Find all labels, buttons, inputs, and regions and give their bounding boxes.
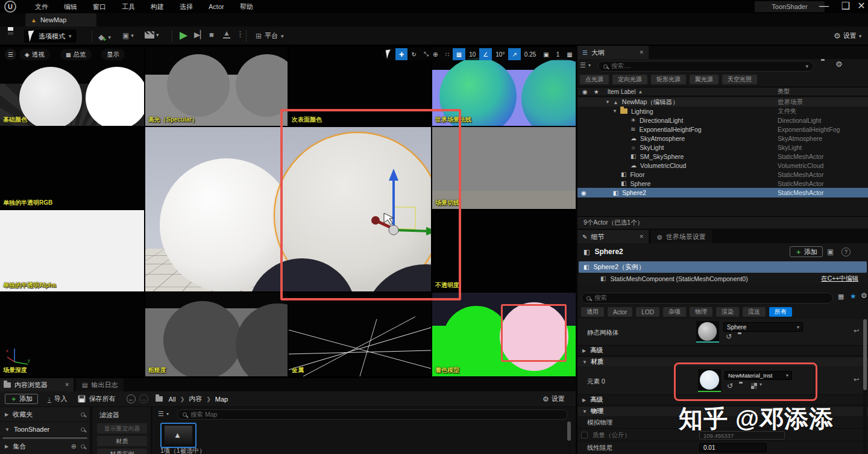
- kebab-menu-icon[interactable]: ⋮: [236, 30, 244, 39]
- close-icon[interactable]: ✕: [639, 49, 644, 55]
- tree-row-directionallight[interactable]: ☀ DirectionalLight DirectionalLight: [577, 116, 868, 125]
- surface-snap-icon[interactable]: ∷: [441, 48, 452, 60]
- back-arrow-icon[interactable]: ←: [127, 394, 136, 403]
- play-button[interactable]: ▶: [180, 29, 187, 42]
- asset-tile-map-selected[interactable]: ▲: [160, 423, 197, 448]
- advanced-collapsed-1[interactable]: ▶ 高级: [577, 346, 868, 356]
- world-settings-tab[interactable]: ◍ 世界场景设置: [651, 230, 712, 243]
- asset-search-input[interactable]: 搜索 Map: [177, 409, 568, 420]
- filter-chip-rectlight[interactable]: 矩形光源: [651, 75, 686, 84]
- menu-window[interactable]: 窗口: [85, 2, 114, 11]
- menu-actor[interactable]: Actor: [201, 3, 232, 10]
- grid-snap-value[interactable]: 10: [465, 48, 479, 60]
- filter-chip-skylight[interactable]: 天空光照: [722, 75, 757, 84]
- buffer-cell-roughness[interactable]: 粗糙度: [145, 293, 288, 376]
- filter-chip-pointlight[interactable]: 点光源: [580, 75, 609, 84]
- close-icon[interactable]: ✕: [64, 382, 69, 388]
- frame-skip-button[interactable]: ▶▏: [194, 30, 206, 39]
- filter-chip-material[interactable]: 材质: [97, 436, 147, 446]
- move-tool-icon[interactable]: ✚: [395, 48, 407, 60]
- buffer-cell-translucency-rgb[interactable]: 单独的半透明RGB: [0, 127, 144, 209]
- details-scrollbar[interactable]: [863, 319, 867, 454]
- search-icon[interactable]: [81, 428, 85, 432]
- settings-button[interactable]: ⚙ 设置 ▾: [834, 31, 861, 40]
- show-selector[interactable]: 显示: [101, 49, 125, 60]
- save-all-button[interactable]: 保存所有: [77, 394, 116, 403]
- restore-button[interactable]: ❑: [837, 0, 855, 13]
- column-type[interactable]: 类型: [778, 87, 790, 96]
- cat-rendering[interactable]: 渲染: [716, 307, 739, 317]
- tree-row-volumetriccloud[interactable]: ☁ VolumetricCloud VolumetricCloud: [577, 161, 868, 170]
- cat-all[interactable]: 所有: [769, 307, 792, 317]
- tree-row-skyatmosphere[interactable]: ☁ SkyAtmosphere SkyAtmosphere: [577, 134, 868, 143]
- expand-arrow-icon[interactable]: ▼: [612, 108, 617, 114]
- cat-general[interactable]: 通用: [581, 307, 604, 317]
- tree-row-sphere2-selected[interactable]: ◉ ◧ Sphere2 StaticMeshActor: [577, 188, 868, 197]
- cb-add-button[interactable]: ＋ 添加: [5, 394, 38, 404]
- view-overview-selector[interactable]: ▩ 总览: [60, 49, 92, 60]
- scrollbar-thumb[interactable]: [863, 319, 867, 390]
- filter-chip-spotlight[interactable]: 聚光源: [690, 75, 719, 84]
- column-item-label[interactable]: Item Label: [608, 89, 636, 95]
- menu-build[interactable]: 构建: [143, 2, 172, 11]
- tree-row-skysphere[interactable]: ◧ SM_SkySphere StaticMeshActor: [577, 152, 868, 161]
- outliner-column-header[interactable]: ◉ ★ Item Label ▲ 类型: [577, 87, 868, 96]
- scale-snap-value[interactable]: 0.25: [521, 48, 539, 60]
- menu-tools[interactable]: 工具: [114, 2, 143, 11]
- close-button[interactable]: ✕: [855, 0, 868, 13]
- rotate-tool-icon[interactable]: ↻: [407, 48, 420, 60]
- outliner-tab[interactable]: ☰ 大纲 ✕: [577, 46, 649, 59]
- edit-cpp-link[interactable]: 在C++中编辑: [821, 275, 858, 283]
- minimize-button[interactable]: —: [815, 0, 833, 13]
- cat-misc[interactable]: 杂项: [663, 307, 686, 317]
- search-icon[interactable]: [81, 412, 85, 417]
- tree-row-skylight[interactable]: ☼ SkyLight SkyLight: [577, 143, 868, 152]
- cat-streaming[interactable]: 流送: [743, 307, 766, 317]
- buffer-cell-translucency-alpha[interactable]: 单独的半透明Alpha: [0, 210, 144, 291]
- blueprints-button[interactable]: ▣ ▾: [122, 31, 134, 40]
- perspective-selector[interactable]: ◈ 透视: [19, 49, 50, 60]
- tree-row-floor[interactable]: ◧ Floor StaticMeshActor: [577, 170, 868, 179]
- add-actor-button[interactable]: ◆ + ▾: [98, 31, 111, 43]
- maximize-viewport-icon[interactable]: ▦: [563, 48, 576, 60]
- search-icon[interactable]: [81, 444, 85, 449]
- component-row-staticmesh[interactable]: ◧ StaticMeshComponent (StaticMeshCompone…: [579, 273, 867, 284]
- content-browser-tab[interactable]: 内容浏览器 ✕: [0, 378, 74, 391]
- mass-checkbox[interactable]: [581, 432, 588, 438]
- viewport-menu-icon[interactable]: ☰: [5, 49, 16, 60]
- asset-filter-icon[interactable]: ☰▾: [158, 410, 169, 418]
- display-grid-icon[interactable]: ▦: [838, 293, 844, 300]
- mode-selector[interactable]: 选项模式 ▾: [24, 30, 77, 43]
- angle-snap-icon[interactable]: ∠: [479, 48, 492, 60]
- project-section[interactable]: ▼ ToonShader: [0, 422, 90, 437]
- angle-snap-value[interactable]: 10°: [492, 48, 508, 60]
- expand-arrow-icon[interactable]: ▼: [605, 99, 610, 105]
- tree-row-lighting[interactable]: ▼ Lighting 文件夹: [577, 107, 868, 116]
- camera-speed-value[interactable]: 1: [553, 48, 564, 60]
- outliner-filter-icon[interactable]: ☰▾: [580, 61, 591, 69]
- forward-arrow-icon[interactable]: →: [139, 394, 148, 403]
- blueprint-icon[interactable]: ▣: [827, 247, 834, 256]
- reset-arrow-icon[interactable]: ↩: [854, 376, 859, 384]
- buffer-cell-metallic[interactable]: 金属: [289, 293, 431, 376]
- details-gear-icon[interactable]: ⚙: [861, 291, 867, 300]
- cinematics-button[interactable]: ▾: [145, 31, 159, 39]
- component-row-instance[interactable]: ◧ Sphere2（实例）: [579, 261, 867, 273]
- unreal-logo-icon[interactable]: U: [4, 1, 16, 13]
- panel-splitter[interactable]: [576, 46, 577, 454]
- scrollbar-thumb[interactable]: [567, 421, 571, 441]
- tree-row-world[interactable]: ▼ ▲ NewMap（编辑器） 世界场景: [577, 98, 868, 107]
- asset-scrollbar[interactable]: [567, 421, 571, 454]
- menu-help[interactable]: 帮助: [232, 2, 261, 11]
- doc-tab-newmap[interactable]: ▲ NewMap: [25, 13, 96, 26]
- favorites-star-icon[interactable]: ★: [850, 292, 857, 300]
- eject-button[interactable]: ▲: [223, 30, 230, 39]
- add-collection-icon[interactable]: ⊕: [71, 443, 77, 450]
- tree-row-heightfog[interactable]: ≋ ExponentialHeightFog ExponentialHeight…: [577, 125, 868, 134]
- damping-input[interactable]: 0.01: [699, 443, 767, 452]
- select-tool-icon[interactable]: [382, 48, 395, 60]
- import-button[interactable]: ↓ 导入: [48, 394, 68, 403]
- cb-settings-button[interactable]: ⚙ 设置: [542, 394, 565, 403]
- breadcrumb-content[interactable]: 内容: [189, 394, 202, 403]
- details-tab[interactable]: ✎ 细节 ✕: [577, 230, 649, 243]
